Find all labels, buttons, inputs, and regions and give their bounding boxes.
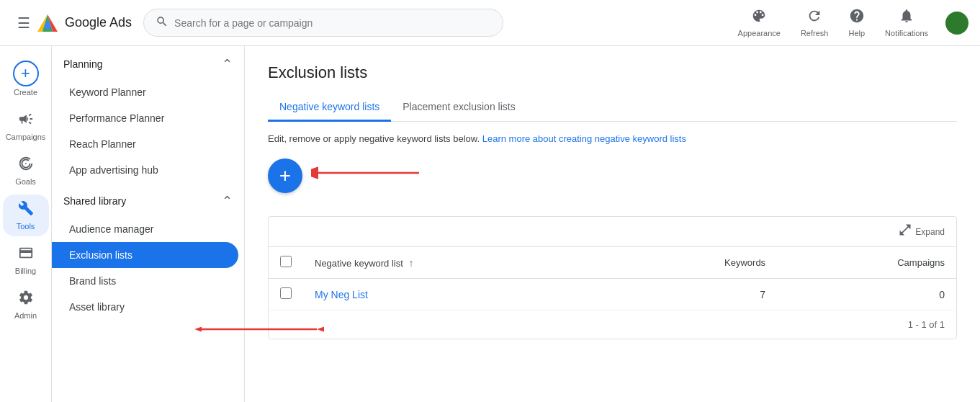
tab-negative-keyword-lists[interactable]: Negative keyword lists	[268, 94, 391, 122]
sidebar-item-admin[interactable]: Admin	[3, 284, 49, 326]
table-toolbar: Expand	[269, 217, 956, 247]
sidebar-item-tools-label: Tools	[17, 222, 35, 231]
notifications-button[interactable]: Notifications	[876, 2, 937, 43]
main-content: Exclusion lists Negative keyword lists P…	[245, 46, 980, 402]
sidebar-item-create[interactable]: + Create	[3, 55, 49, 102]
table-container: Expand Negative keyword list ↑ Keyw	[268, 216, 957, 339]
search-icon	[156, 15, 168, 30]
add-icon: +	[279, 166, 291, 186]
tabs: Negative keyword lists Placement exclusi…	[268, 94, 957, 122]
asset-library-label: Asset library	[69, 301, 125, 313]
sidebar-item-campaigns-label: Campaigns	[6, 133, 46, 141]
sidebar-item-admin-label: Admin	[14, 311, 37, 320]
appearance-label: Appearance	[738, 29, 781, 37]
table-header-row: Negative keyword list ↑ Keywords Campaig…	[269, 247, 956, 279]
th-campaigns: Campaigns	[777, 247, 956, 279]
row-checkbox[interactable]	[280, 287, 292, 299]
top-nav: ☰ Google Ads Appearance	[0, 0, 980, 46]
td-keywords: 7	[613, 279, 777, 311]
icon-sidebar: + Create Campaigns Goals	[0, 46, 52, 402]
planning-chevron-icon: ⌃	[222, 56, 233, 72]
refresh-label: Refresh	[801, 29, 829, 37]
sidebar-item-billing-label: Billing	[15, 267, 36, 275]
planning-items: Keyword Planner Performance Planner Reac…	[52, 79, 244, 183]
keyword-planner-label: Keyword Planner	[69, 86, 146, 98]
exclusion-lists-table: Negative keyword list ↑ Keywords Campaig…	[269, 247, 956, 311]
logo-area: Google Ads	[36, 13, 132, 33]
nav-item-keyword-planner[interactable]: Keyword Planner	[52, 79, 238, 105]
exclusion-lists-label: Exclusion lists	[69, 249, 132, 261]
shared-library-chevron-icon: ⌃	[222, 193, 233, 209]
layout: + Create Campaigns Goals	[0, 46, 980, 402]
planning-section-header[interactable]: Planning ⌃	[52, 46, 244, 79]
th-name[interactable]: Negative keyword list ↑	[303, 247, 613, 279]
brand-lists-label: Brand lists	[69, 275, 116, 287]
help-label: Help	[848, 29, 865, 37]
nav-actions: Appearance Refresh Help	[729, 2, 968, 43]
shared-library-items: Audience manager Exclusion lists Brand l…	[52, 216, 244, 320]
help-icon	[849, 8, 865, 27]
th-checkbox	[269, 247, 303, 279]
table-row: My Neg List 7 0	[269, 279, 956, 311]
planning-label: Planning	[63, 58, 103, 70]
description: Edit, remove or apply negative keyword l…	[268, 133, 957, 144]
td-checkbox	[269, 279, 303, 311]
expand-label: Expand	[915, 227, 945, 237]
goals-icon	[18, 156, 34, 176]
th-keywords: Keywords	[613, 247, 777, 279]
notifications-label: Notifications	[885, 29, 928, 37]
nav-item-app-advertising-hub[interactable]: App advertising hub	[52, 157, 238, 183]
google-ads-logo-icon	[36, 13, 59, 33]
shared-library-section-header[interactable]: Shared library ⌃	[52, 183, 244, 216]
nav-item-exclusion-lists[interactable]: Exclusion lists	[52, 242, 238, 268]
nav-item-performance-planner[interactable]: Performance Planner	[52, 105, 238, 131]
search-input[interactable]	[174, 17, 491, 29]
tools-icon	[18, 200, 34, 220]
sidebar-item-goals-label: Goals	[15, 177, 36, 186]
nav-item-reach-planner[interactable]: Reach Planner	[52, 131, 238, 157]
add-button[interactable]: +	[268, 158, 302, 193]
admin-icon	[18, 290, 34, 310]
audience-manager-label: Audience manager	[69, 223, 154, 235]
refresh-icon	[806, 8, 822, 27]
shared-library-label: Shared library	[63, 195, 126, 207]
sidebar-item-tools[interactable]: Tools	[3, 195, 49, 236]
reach-planner-label: Reach Planner	[69, 138, 136, 150]
app-advertising-hub-label: App advertising hub	[69, 164, 158, 176]
sidebar-item-billing[interactable]: Billing	[3, 239, 49, 281]
help-button[interactable]: Help	[840, 2, 873, 43]
select-all-checkbox[interactable]	[280, 256, 292, 267]
create-icon: +	[13, 61, 39, 86]
sidebar-item-goals[interactable]: Goals	[3, 150, 49, 192]
notifications-icon	[899, 8, 914, 27]
nav-item-brand-lists[interactable]: Brand lists	[52, 268, 238, 294]
add-button-arrow	[311, 151, 426, 195]
td-campaigns: 0	[777, 279, 956, 311]
performance-planner-label: Performance Planner	[69, 112, 164, 124]
appearance-button[interactable]: Appearance	[729, 2, 789, 43]
pagination: 1 - 1 of 1	[269, 311, 956, 339]
campaigns-icon	[18, 111, 34, 131]
hamburger-menu[interactable]: ☰	[12, 9, 36, 37]
avatar[interactable]	[945, 12, 968, 35]
nav-panel: Planning ⌃ Keyword Planner Performance P…	[52, 46, 245, 402]
expand-button[interactable]: Expand	[898, 223, 945, 241]
learn-more-link[interactable]: Learn more about creating negative keywo…	[482, 133, 686, 144]
sidebar-item-campaigns[interactable]: Campaigns	[3, 105, 49, 147]
logo-text: Google Ads	[65, 15, 132, 30]
appearance-icon	[751, 8, 767, 27]
expand-icon	[898, 223, 912, 241]
nav-item-audience-manager[interactable]: Audience manager	[52, 216, 238, 242]
billing-icon	[18, 245, 34, 265]
refresh-button[interactable]: Refresh	[792, 2, 837, 43]
tab-placement-exclusion-lists[interactable]: Placement exclusion lists	[391, 94, 526, 122]
nav-item-asset-library[interactable]: Asset library	[52, 294, 238, 320]
list-name-link[interactable]: My Neg List	[315, 289, 368, 300]
search-bar[interactable]	[143, 9, 503, 37]
page-title: Exclusion lists	[268, 63, 957, 82]
td-name: My Neg List	[303, 279, 613, 311]
sort-icon: ↑	[408, 257, 413, 269]
sidebar-item-create-label: Create	[14, 88, 37, 97]
